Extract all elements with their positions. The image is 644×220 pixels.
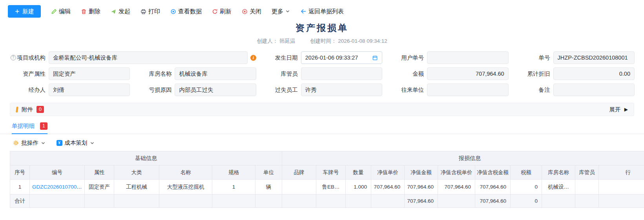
handler-input[interactable]: 刘倩 (49, 84, 130, 96)
asset-attr-input[interactable]: 固定资产 (49, 67, 130, 80)
detail-tabs: 单据明细 1 (0, 122, 644, 134)
project-org-input[interactable]: 金桥装配公司-机械设备库 (49, 51, 248, 64)
attachment-count-badge: 0 (36, 106, 44, 113)
handler-label: 经办人 (29, 86, 46, 94)
remark-label: 备注 (539, 86, 550, 94)
launch-button[interactable]: 发起 (111, 8, 130, 15)
refresh-button[interactable]: 刷新 (212, 8, 232, 15)
col-unit: 单位 (255, 165, 282, 180)
occur-date-input[interactable]: 2026-01-06 09:33:27 (301, 51, 382, 64)
field-project-org: ? 项目或机构 金桥装配公司-机械设备库 i (9, 51, 256, 64)
tab-document-detail[interactable]: 单据明细 1 (12, 122, 47, 134)
col-tax: 税额 (511, 165, 542, 180)
close-label: 关闭 (250, 8, 261, 15)
detail-table-wrap: 基础信息 报损信息 序号 编号 属性 大类 名称 规格 单位 品牌 车牌号 数量… (10, 151, 644, 208)
asset-attr-label: 资产属性 (23, 70, 46, 78)
depreciation-input[interactable]: 0.00 (553, 67, 635, 80)
delete-button[interactable]: 删除 (81, 8, 100, 15)
amount-input[interactable]: 707,964.60 (427, 67, 508, 80)
table-total-row: 合计 707,964.60 707,964.60 0 (10, 195, 644, 208)
attachment-bar[interactable]: 附件 0 展开 ▶ (10, 103, 634, 116)
fault-employee-label: 过失员工 (275, 86, 298, 94)
gear-icon (13, 140, 19, 146)
delete-label: 删除 (89, 8, 100, 15)
pencil-icon (51, 9, 57, 15)
cell-tax: 0 (511, 180, 542, 195)
cell-qty: 1.000 (346, 180, 371, 195)
col-seq: 序号 (10, 165, 30, 180)
question-circle-icon[interactable]: ? (11, 55, 16, 60)
creation-meta: 创建人： 韩延温 创建时间： 2026-01-08 09:34:12 (0, 38, 644, 45)
col-qty: 数量 (346, 165, 371, 180)
col-net-tax-price: 净值含税单价 (438, 165, 475, 180)
col-row: 行 (599, 165, 644, 180)
launch-label: 发起 (119, 8, 130, 15)
plus-icon (15, 9, 20, 14)
new-button-label: 新建 (22, 8, 34, 15)
table-group-header-row: 基础信息 报损信息 (10, 151, 644, 165)
cell-net-tax-amount: 707,964.60 (475, 180, 511, 195)
batch-operation-button[interactable]: 批操作 (13, 139, 46, 147)
cell-attr: 固定资产 (85, 180, 114, 195)
back-to-list-button[interactable]: 返回单据列表 (300, 8, 344, 15)
amount-label: 金额 (412, 70, 424, 78)
tab-label: 单据明细 (12, 122, 35, 130)
asset-code-link[interactable]: GDZC202601070001 (32, 184, 82, 190)
order-no-label: 单号 (539, 54, 550, 62)
info-icon[interactable]: i (250, 55, 256, 61)
keeper-input[interactable] (301, 67, 382, 80)
warehouse-input[interactable]: 机械设备库 (175, 67, 256, 80)
field-handler: 经办人 刘倩 (9, 84, 130, 96)
field-occur-date: 发生日期 2026-01-06 09:33:27 (262, 51, 382, 64)
cell-seq: 1 (10, 180, 30, 195)
user-order-no-input[interactable] (427, 51, 508, 64)
created-time: 2026-01-08 09:34:12 (338, 38, 387, 44)
print-button[interactable]: 打印 (140, 8, 160, 15)
loss-reason-input[interactable]: 内部员工过失 (175, 84, 256, 96)
total-tax: 0 (511, 195, 542, 208)
chevron-down-icon (285, 9, 290, 14)
field-warehouse: 库房名称 机械设备库 (135, 67, 256, 80)
chevron-down-icon (90, 141, 95, 145)
field-user-order-no: 用户单号 (388, 51, 508, 64)
target-circles-icon (170, 9, 176, 15)
edit-button[interactable]: 编辑 (51, 8, 71, 15)
cost-planning-label: 成本策划 (65, 139, 88, 147)
field-order-no: 单号 JHZP-ZCBSD20260108001 (514, 51, 635, 64)
remark-input[interactable] (553, 84, 635, 96)
loss-reason-label: 亏损原因 (149, 86, 171, 94)
occur-date-label: 发生日期 (275, 54, 298, 62)
col-plate: 车牌号 (316, 165, 346, 180)
partner-label: 往来单位 (401, 86, 424, 94)
created-time-label: 创建时间： (310, 38, 337, 44)
warehouse-label: 库房名称 (149, 70, 171, 78)
cell-spec: 1 (212, 180, 255, 195)
close-button[interactable]: 关闭 (242, 8, 261, 15)
edit-label: 编辑 (59, 8, 71, 15)
table-column-header-row: 序号 编号 属性 大类 名称 规格 单位 品牌 车牌号 数量 净值单价 净值金额… (10, 165, 644, 180)
view-data-button[interactable]: 查看数据 (170, 8, 202, 15)
keeper-label: 库管员 (281, 70, 298, 78)
expand-button[interactable]: 展开 ▶ (609, 106, 628, 113)
expand-label: 展开 (609, 106, 621, 113)
chevron-down-icon (41, 141, 46, 145)
creator-label: 创建人： (257, 38, 278, 44)
order-no-input[interactable]: JHZP-ZCBSD20260108001 (553, 51, 635, 64)
page-title: 资产报损单 (0, 22, 644, 34)
col-name: 名称 (159, 165, 212, 180)
col-spec: 规格 (212, 165, 255, 180)
cell-warehouse: 机械设… (542, 180, 575, 195)
calendar-icon[interactable] (372, 55, 378, 61)
more-menu-button[interactable]: 更多 (272, 8, 290, 15)
partner-input[interactable] (427, 84, 508, 96)
total-label: 合计 (10, 195, 30, 208)
cell-name: 大型液压挖掘机 (159, 180, 212, 195)
cell-brand (282, 180, 316, 195)
back-arrow-icon (300, 8, 306, 15)
project-org-label: 项目或机构 (17, 54, 46, 62)
field-remark: 备注 (514, 84, 635, 96)
refresh-icon (212, 9, 218, 15)
fault-employee-input[interactable]: 许秀 (301, 84, 382, 96)
cost-planning-button[interactable]: ¥ 成本策划 (57, 139, 95, 147)
new-button[interactable]: 新建 (8, 5, 41, 18)
